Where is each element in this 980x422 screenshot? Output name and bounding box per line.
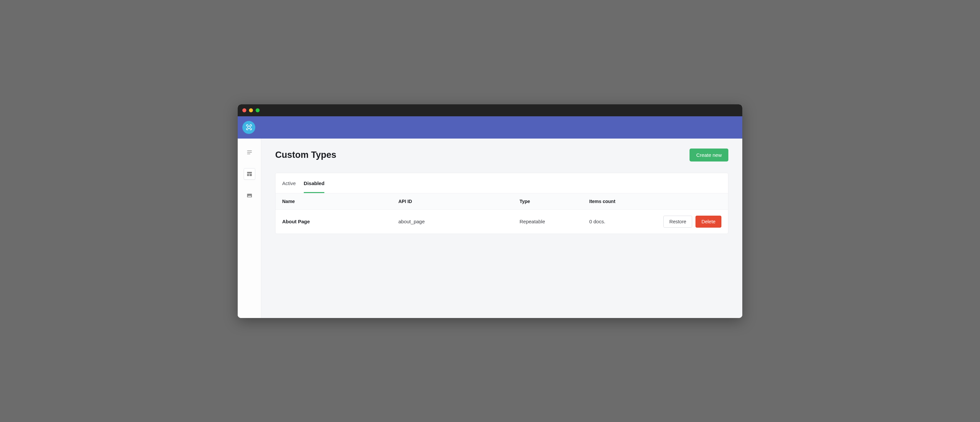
tabs: Active Disabled bbox=[275, 173, 728, 193]
sidebar-item-media[interactable] bbox=[244, 190, 255, 201]
restore-button[interactable]: Restore bbox=[663, 216, 692, 228]
types-panel: Active Disabled Name API ID Type Items c… bbox=[275, 173, 729, 234]
sidebar bbox=[238, 139, 261, 318]
sidebar-item-documents[interactable] bbox=[244, 147, 255, 158]
sidebar-item-custom-types[interactable] bbox=[244, 168, 255, 180]
table-header: Name API ID Type Items count bbox=[275, 193, 728, 210]
svg-rect-4 bbox=[247, 172, 251, 173]
main-content: Custom Types Create new Active Disabled … bbox=[261, 139, 742, 318]
window-close-icon[interactable] bbox=[242, 108, 246, 112]
cell-name: About Page bbox=[282, 219, 398, 224]
tab-disabled[interactable]: Disabled bbox=[304, 173, 325, 193]
col-header-name: Name bbox=[282, 199, 398, 204]
create-new-button[interactable]: Create new bbox=[689, 149, 729, 161]
app-body: Custom Types Create new Active Disabled … bbox=[238, 139, 742, 318]
documents-icon bbox=[246, 149, 253, 155]
cell-items-count: 0 docs. bbox=[589, 219, 651, 224]
page-title: Custom Types bbox=[275, 150, 336, 160]
svg-rect-5 bbox=[247, 174, 249, 176]
window-minimize-icon[interactable] bbox=[249, 108, 253, 112]
col-header-type: Type bbox=[520, 199, 589, 204]
table-row: About Page about_page Repeatable 0 docs.… bbox=[275, 210, 728, 233]
cell-actions: Restore Delete bbox=[651, 216, 721, 228]
top-bar bbox=[238, 116, 742, 139]
delete-button[interactable]: Delete bbox=[695, 216, 721, 228]
image-icon bbox=[246, 192, 253, 199]
app-window: Custom Types Create new Active Disabled … bbox=[238, 104, 742, 318]
layout-icon bbox=[246, 171, 253, 177]
col-header-api-id: API ID bbox=[398, 199, 520, 204]
col-header-actions bbox=[651, 199, 721, 204]
app-logo-icon[interactable] bbox=[242, 121, 255, 134]
svg-rect-0 bbox=[248, 126, 250, 129]
window-titlebar bbox=[238, 104, 742, 116]
window-maximize-icon[interactable] bbox=[256, 108, 259, 112]
cell-api-id: about_page bbox=[398, 219, 520, 224]
tab-active[interactable]: Active bbox=[282, 173, 296, 193]
col-header-items-count: Items count bbox=[589, 199, 651, 204]
page-header: Custom Types Create new bbox=[275, 149, 729, 161]
svg-rect-6 bbox=[249, 174, 251, 176]
cell-type: Repeatable bbox=[520, 219, 589, 224]
